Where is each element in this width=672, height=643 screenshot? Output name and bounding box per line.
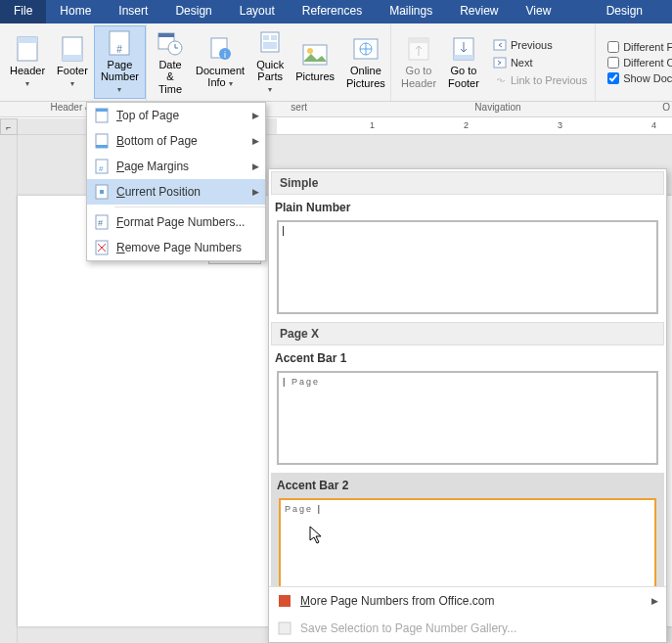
- gallery-item-label: Accent Bar 1: [269, 347, 666, 369]
- ruler-tick: 3: [558, 120, 562, 130]
- gallery-preview: | Page: [277, 371, 658, 465]
- ribbon: Header▾ Footer▾ # Page Number ▾ Date & T…: [0, 23, 672, 102]
- tab-design[interactable]: Design: [161, 0, 225, 23]
- footer-icon: [59, 35, 86, 63]
- svg-rect-14: [271, 35, 277, 40]
- svg-rect-3: [63, 55, 82, 61]
- tab-review[interactable]: Review: [446, 0, 512, 23]
- header-label: Header▾: [10, 65, 45, 89]
- gallery-footer: More Page Numbers from Office.com ▶ Save…: [269, 586, 666, 642]
- ribbon-tabbar: File Home Insert Design Layout Reference…: [0, 0, 672, 23]
- document-info-button[interactable]: i Document Info ▾: [190, 25, 250, 99]
- submenu-arrow-icon: ▶: [252, 161, 259, 171]
- page-number-icon: #: [106, 29, 133, 57]
- ruler-corner: ⌐: [0, 118, 18, 135]
- footer-button[interactable]: Footer▾: [51, 25, 94, 99]
- gallery-more-office[interactable]: More Page Numbers from Office.com ▶: [269, 587, 666, 615]
- svg-rect-21: [409, 38, 428, 43]
- svg-rect-37: [279, 595, 291, 607]
- bottom-of-page-icon: [93, 132, 111, 150]
- goto-footer-button[interactable]: Go to Footer: [442, 25, 485, 99]
- page-number-gallery: Simple Plain Number Page X Accent Bar 1 …: [268, 168, 667, 643]
- gallery-item-accent-bar-1[interactable]: Accent Bar 1 | Page: [269, 347, 666, 465]
- ruler-tick: 4: [651, 120, 656, 130]
- date-time-label: Date & Time: [157, 59, 184, 94]
- header-icon: [14, 35, 41, 63]
- goto-header-label: Go to Header: [401, 65, 436, 88]
- next-button[interactable]: Next: [489, 55, 591, 70]
- quick-parts-label: Quick Parts ▾: [256, 59, 284, 95]
- remove-page-numbers-icon: [93, 239, 111, 256]
- menu-top-of-page[interactable]: TTop of Pageop of Page ▶: [87, 103, 265, 128]
- svg-rect-25: [494, 58, 506, 68]
- svg-text:i: i: [224, 50, 226, 60]
- vertical-ruler[interactable]: [0, 135, 18, 643]
- tab-insert[interactable]: Insert: [105, 0, 161, 23]
- menu-format-page-numbers[interactable]: # Format Page Numbers...: [87, 209, 265, 235]
- document-info-label: Document Info ▾: [196, 65, 245, 89]
- top-of-page-icon: [93, 107, 111, 124]
- page-number-menu: TTop of Pageop of Page ▶ Bottom of Page …: [86, 102, 266, 261]
- different-odd-checkbox[interactable]: Different O: [604, 56, 672, 69]
- date-time-icon: [157, 29, 184, 57]
- different-first-checkbox[interactable]: Different F: [604, 40, 672, 54]
- svg-rect-1: [18, 37, 37, 43]
- tab-references[interactable]: References: [289, 0, 376, 23]
- link-to-previous-button[interactable]: Link to Previous: [489, 72, 591, 88]
- gallery-preview: Page |: [279, 498, 656, 586]
- svg-text:#: #: [98, 218, 103, 228]
- submenu-arrow-icon: ▶: [651, 596, 658, 606]
- previous-button[interactable]: Previous: [489, 37, 591, 53]
- submenu-arrow-icon: ▶: [252, 136, 259, 146]
- current-position-icon: [93, 183, 111, 201]
- page-margins-icon: #: [93, 158, 111, 175]
- menu-remove-page-numbers[interactable]: Remove Page Numbers: [87, 235, 265, 260]
- page-number-button[interactable]: # Page Number ▾: [94, 25, 146, 99]
- save-selection-icon: [277, 620, 292, 636]
- online-pictures-button[interactable]: Online Pictures: [340, 25, 391, 99]
- header-button[interactable]: Header▾: [4, 25, 51, 99]
- tab-home[interactable]: Home: [46, 0, 105, 23]
- ruler-tick: 1: [370, 120, 375, 130]
- svg-point-17: [307, 48, 313, 54]
- tab-headerfooter-design[interactable]: Design: [577, 0, 672, 23]
- pictures-icon: [301, 41, 329, 69]
- ruler-tick: 2: [464, 120, 469, 130]
- gallery-item-accent-bar-2[interactable]: Accent Bar 2 Page |: [271, 473, 664, 586]
- gallery-item-plain-number[interactable]: Plain Number: [269, 197, 666, 314]
- group-navigation-label: Navigation: [395, 102, 601, 116]
- menu-page-margins[interactable]: # Page Margins ▶: [87, 154, 265, 179]
- gallery-item-label: Plain Number: [269, 197, 666, 218]
- svg-rect-24: [494, 40, 506, 50]
- tab-view[interactable]: View: [513, 0, 565, 23]
- show-document-checkbox[interactable]: Show Docu: [604, 71, 672, 85]
- tab-layout[interactable]: Layout: [226, 0, 289, 23]
- goto-footer-label: Go to Footer: [448, 65, 479, 88]
- svg-rect-7: [158, 33, 174, 37]
- submenu-arrow-icon: ▶: [252, 187, 259, 197]
- tab-file[interactable]: File: [0, 0, 46, 23]
- gallery-scroll[interactable]: Simple Plain Number Page X Accent Bar 1 …: [269, 169, 666, 586]
- pictures-button[interactable]: Pictures: [290, 25, 340, 99]
- menu-current-position[interactable]: Current Position ▶: [87, 179, 265, 205]
- svg-rect-38: [279, 622, 291, 634]
- footer-label: Footer▾: [57, 65, 88, 89]
- goto-header-button[interactable]: Go to Header: [395, 25, 442, 99]
- submenu-arrow-icon: ▶: [252, 111, 259, 120]
- svg-rect-33: [100, 190, 104, 194]
- svg-rect-23: [454, 55, 473, 60]
- date-time-button[interactable]: Date & Time: [151, 25, 190, 99]
- gallery-save-selection: Save Selection to Page Number Gallery...: [269, 615, 666, 642]
- online-pictures-label: Online Pictures: [346, 65, 385, 88]
- online-pictures-icon: [352, 35, 380, 63]
- gallery-preview: [277, 220, 658, 314]
- svg-text:#: #: [117, 44, 123, 55]
- quick-parts-button[interactable]: Quick Parts ▾: [250, 25, 290, 99]
- svg-rect-15: [263, 42, 277, 49]
- menu-bottom-of-page[interactable]: Bottom of Page ▶: [87, 128, 265, 154]
- tab-mailings[interactable]: Mailings: [376, 0, 446, 23]
- svg-rect-29: [96, 145, 108, 148]
- goto-footer-icon: [450, 35, 477, 63]
- pictures-label: Pictures: [295, 70, 335, 82]
- gallery-category-pagex: Page X: [271, 322, 664, 345]
